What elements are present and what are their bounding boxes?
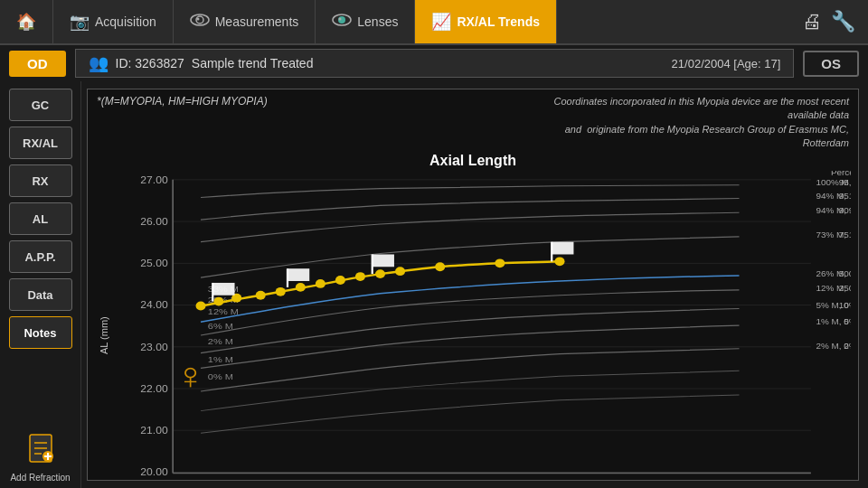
svg-text:12: 12 [374,480,386,481]
svg-text:8: 8 [258,480,264,481]
svg-point-74 [335,276,345,285]
nav-measurements[interactable]: Measurements [174,0,316,43]
svg-text:22.00: 22.00 [140,383,167,393]
sidebar-gc-button[interactable]: GC [9,89,72,121]
svg-text:6: 6 [198,480,204,481]
svg-text:23.00: 23.00 [140,342,167,352]
print-icon[interactable]: 🖨 [802,10,822,33]
sidebar-rxal-button[interactable]: RX/AL [9,127,72,159]
nav-lenses[interactable]: Lenses [316,0,415,43]
nav-rxal-label: RX/AL Trends [457,14,540,29]
svg-text:22: 22 [674,480,685,481]
svg-rect-87 [552,241,573,254]
svg-text:16: 16 [494,480,505,481]
svg-text:21.00: 21.00 [140,425,167,435]
trend-icon: 📈 [431,12,451,32]
patient-info: 👥 ID: 3263827 Sample trend Treated 21/02… [75,49,795,78]
svg-text:24.00: 24.00 [140,300,167,310]
nav-lenses-label: Lenses [357,14,398,29]
svg-text:26.00: 26.00 [140,216,167,226]
svg-point-72 [296,283,306,292]
svg-point-70 [256,290,266,299]
sidebar-rx-button[interactable]: RX [9,164,72,197]
settings-icon[interactable]: 🔧 [831,10,855,33]
camera-icon: 📷 [70,12,90,32]
svg-text:95: 95 [839,177,849,186]
svg-text:12% M: 12% M [208,306,239,315]
svg-text:6% M: 6% M [208,321,233,330]
svg-rect-85 [373,254,394,267]
od-button[interactable]: OD [9,51,66,77]
patient-icon: 👥 [89,53,108,73]
svg-point-2 [196,17,199,20]
svg-point-73 [316,279,326,288]
svg-text:18: 18 [553,480,565,481]
svg-text:10: 10 [839,301,849,310]
svg-point-77 [395,267,405,276]
patient-bar: OD 👥 ID: 3263827 Sample trend Treated 21… [0,45,868,81]
svg-text:2: 2 [844,341,849,350]
svg-text:1% M: 1% M [208,354,233,363]
nav-right-actions: 🖨 🔧 [789,10,868,33]
svg-point-71 [276,286,286,296]
svg-rect-81 [212,283,234,296]
svg-text:2% M: 2% M [208,336,233,345]
svg-rect-83 [288,268,309,281]
svg-text:27.00: 27.00 [140,174,167,184]
nav-measurements-label: Measurements [215,14,299,29]
svg-text:♀: ♀ [175,354,206,396]
patient-id: ID: 3263827 [116,56,184,70]
chart-container: *(M=MYOPIA, HM=HIGH MYOPIA) Coordinates … [87,89,859,481]
sidebar-al-button[interactable]: AL [9,202,72,235]
svg-text:0% M: 0% M [208,371,233,380]
svg-point-68 [213,296,223,305]
svg-text:95: 95 [839,192,849,201]
svg-point-78 [435,262,445,271]
nav-acquisition[interactable]: 📷 Acquisition [53,0,174,43]
svg-text:20.00: 20.00 [140,467,167,477]
main-area: GC RX/AL RX AL A.P.P. Data Notes Add Ref… [0,81,868,488]
sidebar-notes-button[interactable]: Notes [9,316,72,349]
svg-text:5: 5 [844,316,849,325]
eye-icon-measurements [190,13,210,32]
svg-point-76 [375,269,385,278]
svg-text:14: 14 [434,480,447,481]
svg-point-80 [554,257,564,266]
os-button[interactable]: OS [803,51,859,77]
svg-point-75 [355,272,365,281]
chart-header: *(M=MYOPIA, HM=HIGH MYOPIA) Coordinates … [88,89,858,153]
svg-text:90: 90 [839,205,849,214]
nav-home[interactable]: 🏠 [0,0,53,43]
svg-text:25: 25 [839,283,849,292]
chart-title: Axial Length [88,153,858,169]
chart-myopia-note: *(M=MYOPIA, HM=HIGH MYOPIA) [97,95,268,108]
add-refraction-button[interactable]: Add Refraction [10,433,70,483]
svg-text:26: 26 [793,480,805,481]
eye-icon-lenses [332,13,352,32]
svg-text:10: 10 [315,480,326,481]
sidebar: GC RX/AL RX AL A.P.P. Data Notes Add Ref… [0,81,81,488]
svg-point-67 [196,301,206,310]
chart-area: *(M=MYOPIA, HM=HIGH MYOPIA) Coordinates … [81,81,868,488]
sidebar-data-button[interactable]: Data [9,278,72,311]
top-navigation: 🏠 📷 Acquisition Measurements Lenses 📈 RX… [0,0,868,45]
add-refraction-icon [27,433,54,470]
add-refraction-label: Add Refraction [10,473,70,483]
y-axis-label: AL (mm) [95,171,113,481]
chart-svg: 27.00 26.00 25.00 24.00 23.00 22.00 21.0… [113,171,851,481]
chart-subtitle: Coordinates incorporated in this Myopia … [514,95,849,151]
nav-acquisition-label: Acquisition [95,14,156,29]
svg-text:20: 20 [613,480,625,481]
sidebar-app-button[interactable]: A.P.P. [9,240,72,273]
svg-text:25.00: 25.00 [140,258,167,267]
home-icon: 🏠 [16,12,36,32]
svg-text:Percentile: Percentile [831,171,851,177]
svg-text:24: 24 [733,480,746,481]
svg-text:75: 75 [839,230,849,239]
svg-text:50: 50 [839,268,849,277]
svg-point-5 [339,17,342,20]
nav-rxal-trends[interactable]: 📈 RX/AL Trends [415,0,557,43]
svg-point-79 [495,258,505,267]
patient-date: 21/02/2004 [Age: 17] [672,57,781,70]
patient-name: Sample trend Treated [192,56,314,70]
